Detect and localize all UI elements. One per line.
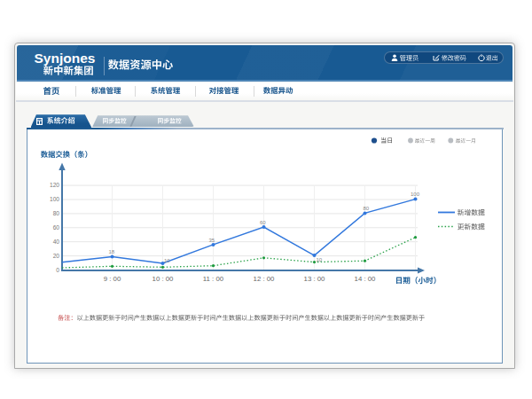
svg-text:18: 18 (109, 249, 115, 254)
svg-text:20: 20 (53, 253, 60, 259)
svg-text:12 : 00: 12 : 00 (254, 275, 276, 283)
svg-text:9 : 00: 9 : 00 (104, 275, 121, 283)
svg-text:10 : 00: 10 : 00 (153, 275, 175, 283)
svg-text:13 : 00: 13 : 00 (304, 275, 326, 283)
svg-text:0: 0 (56, 267, 59, 273)
svg-text:60: 60 (260, 220, 266, 225)
svg-text:100: 100 (411, 192, 420, 197)
svg-text:80: 80 (364, 206, 370, 211)
svg-text:35: 35 (209, 238, 215, 243)
svg-text:10: 10 (164, 258, 170, 263)
svg-text:80: 80 (53, 210, 60, 216)
svg-text:14 : 00: 14 : 00 (355, 275, 377, 283)
svg-text:100: 100 (50, 196, 59, 202)
svg-text:60: 60 (53, 224, 60, 231)
svg-text:40: 40 (53, 239, 60, 245)
svg-text:11 : 00: 11 : 00 (203, 275, 224, 283)
svg-text:10: 10 (317, 257, 323, 262)
svg-text:120: 120 (50, 182, 59, 188)
